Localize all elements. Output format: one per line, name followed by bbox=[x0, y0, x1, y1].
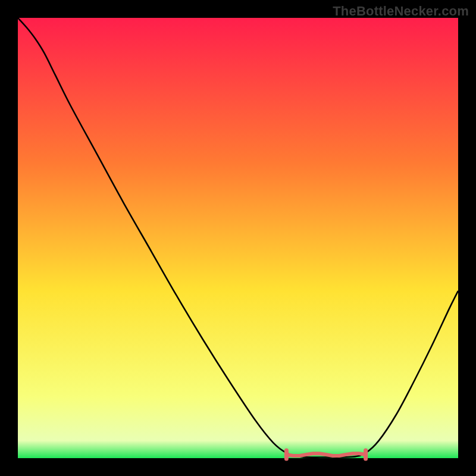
attribution-text: TheBottleNecker.com bbox=[333, 4, 469, 19]
bottleneck-chart bbox=[0, 0, 476, 476]
plot-background bbox=[18, 18, 458, 458]
